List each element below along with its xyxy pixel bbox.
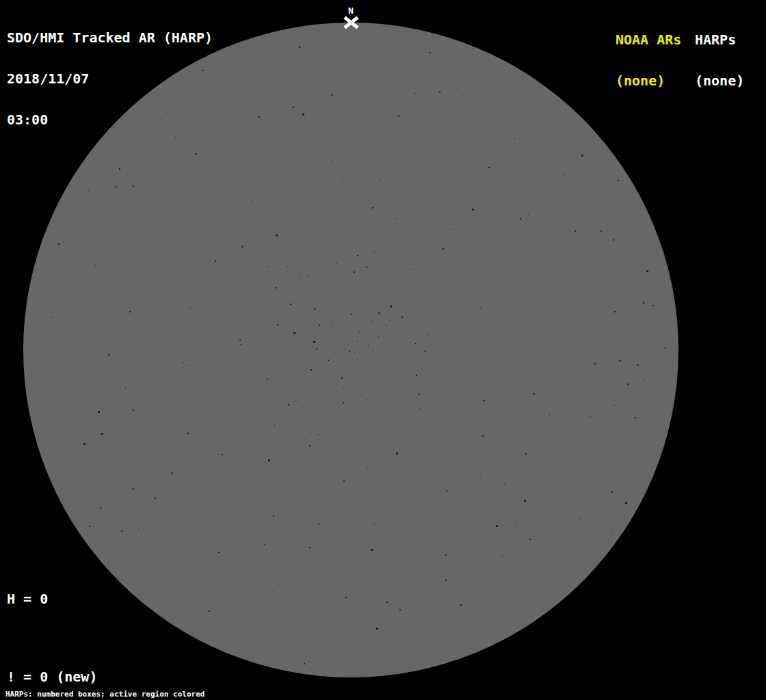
sunspot-speck bbox=[434, 404, 435, 405]
sunspot-speck bbox=[568, 459, 568, 460]
sunspot-speck bbox=[401, 317, 403, 318]
sunspot-speck bbox=[461, 273, 462, 273]
sunspot-speck bbox=[462, 636, 463, 636]
sunspot-speck bbox=[415, 343, 416, 344]
sunspot-speck bbox=[482, 435, 484, 437]
sunspot-speck bbox=[625, 502, 627, 504]
sunspot-speck bbox=[328, 360, 329, 361]
sunspot-speck bbox=[268, 266, 269, 267]
sunspot-speck bbox=[129, 311, 131, 312]
sunspot-speck bbox=[358, 528, 358, 529]
sunspot-speck bbox=[292, 591, 293, 591]
sunspot-speck bbox=[295, 293, 296, 293]
sunspot-speck bbox=[252, 81, 252, 82]
sunspot-speck bbox=[351, 314, 352, 315]
sunspot-speck bbox=[401, 175, 402, 176]
sunspot-speck bbox=[239, 340, 241, 341]
sunspot-speck bbox=[314, 308, 315, 310]
sunspot-speck bbox=[558, 466, 559, 466]
sunspot-speck bbox=[555, 494, 555, 495]
sunspot-speck bbox=[525, 453, 527, 455]
sunspot-speck bbox=[549, 414, 550, 415]
sunspot-speck bbox=[331, 161, 332, 162]
sunspot-speck bbox=[528, 214, 529, 215]
sunspot-speck bbox=[367, 399, 367, 400]
sunspot-speck bbox=[378, 336, 379, 337]
sunspot-speck bbox=[239, 252, 240, 252]
sunspot-speck bbox=[447, 433, 447, 433]
sunspot-speck bbox=[319, 325, 320, 326]
sunspot-speck bbox=[237, 449, 237, 450]
sunspot-speck bbox=[375, 309, 375, 310]
sunspot-speck bbox=[293, 107, 294, 108]
sunspot-speck bbox=[419, 394, 420, 395]
sunspot-speck bbox=[125, 412, 126, 412]
sunspot-speck bbox=[433, 306, 434, 306]
sunspot-speck bbox=[450, 229, 451, 230]
sunspot-speck bbox=[388, 448, 388, 449]
sunspot-speck bbox=[273, 515, 274, 517]
sunspot-speck bbox=[637, 364, 639, 366]
sunspot-speck bbox=[358, 474, 359, 474]
sunspot-speck bbox=[590, 416, 591, 417]
sunspot-speck bbox=[345, 463, 346, 463]
sunspot-speck bbox=[259, 116, 260, 118]
sunspot-speck bbox=[446, 327, 447, 327]
sunspot-speck bbox=[313, 347, 314, 347]
sunspot-speck bbox=[385, 325, 386, 325]
sunspot-speck bbox=[462, 94, 463, 95]
sunspot-speck bbox=[250, 638, 250, 638]
harps-status: HARPs (none) bbox=[695, 5, 744, 115]
sunspot-speck bbox=[635, 417, 636, 418]
sunspot-speck bbox=[429, 318, 430, 319]
harps-label: HARPs bbox=[695, 33, 744, 46]
sunspot-speck bbox=[353, 360, 354, 360]
sunspot-speck bbox=[280, 298, 280, 299]
sunspot-speck bbox=[656, 429, 657, 429]
sunspot-speck bbox=[536, 606, 536, 606]
north-pole-label: N bbox=[348, 6, 354, 15]
sunspot-speck bbox=[479, 478, 479, 479]
sunspot-speck bbox=[620, 360, 621, 362]
sunspot-speck bbox=[514, 371, 514, 371]
sunspot-speck bbox=[244, 245, 245, 246]
sunspot-speck bbox=[300, 275, 301, 275]
sunspot-speck bbox=[413, 269, 414, 270]
sunspot-speck bbox=[133, 488, 134, 489]
sunspot-speck bbox=[503, 519, 503, 520]
sunspot-speck bbox=[226, 478, 227, 479]
sunspot-speck bbox=[538, 606, 538, 606]
sunspot-speck bbox=[460, 604, 462, 606]
sunspot-speck bbox=[349, 351, 350, 352]
sunspot-speck bbox=[332, 321, 333, 322]
sunspot-speck bbox=[399, 609, 401, 610]
sunspot-speck bbox=[321, 118, 322, 118]
sunspot-speck bbox=[364, 244, 365, 245]
sunspot-speck bbox=[226, 409, 226, 409]
sunspot-speck bbox=[89, 526, 90, 527]
sunspot-speck bbox=[196, 360, 197, 360]
sunspot-speck bbox=[213, 147, 213, 148]
sunspot-speck bbox=[125, 388, 126, 389]
sunspot-speck bbox=[345, 597, 347, 598]
sunspot-speck bbox=[398, 116, 399, 117]
sunspot-speck bbox=[98, 411, 100, 413]
footnotes-block: HARPs: numbered boxes; active region col… bbox=[5, 677, 268, 700]
sunspot-speck bbox=[343, 388, 344, 388]
sunspot-speck bbox=[449, 415, 449, 416]
sunspot-speck bbox=[634, 474, 635, 475]
sunspot-speck bbox=[618, 180, 619, 181]
sunspot-speck bbox=[655, 412, 655, 412]
sunspot-speck bbox=[461, 414, 462, 414]
sunspot-speck bbox=[445, 580, 447, 581]
sunspot-speck bbox=[336, 392, 336, 392]
sunspot-speck bbox=[372, 472, 373, 472]
sunspot-speck bbox=[267, 379, 268, 380]
sunspot-speck bbox=[644, 379, 645, 380]
sunspot-speck bbox=[288, 404, 289, 405]
sunspot-speck bbox=[265, 427, 265, 427]
sunspot-speck bbox=[479, 446, 480, 447]
sunspot-speck bbox=[507, 239, 508, 239]
sunspot-speck bbox=[450, 333, 451, 334]
sunspot-speck bbox=[279, 584, 280, 584]
